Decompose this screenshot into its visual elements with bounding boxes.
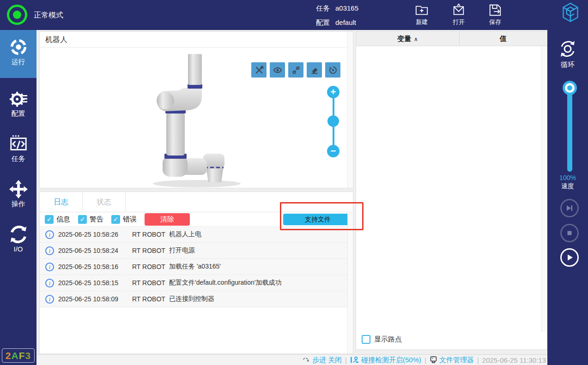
sidebar-item-label: 任务	[12, 155, 25, 162]
collision-label: 碰撞检测开启(50%)	[361, 356, 421, 365]
collision-detection-status[interactable]: 碰撞检测开启(50%)	[350, 356, 421, 365]
clear-button[interactable]: 清除	[145, 213, 190, 226]
file-manager-label: 文件管理器	[439, 356, 474, 365]
brand-logo-icon	[557, 1, 584, 28]
tab-status[interactable]: 状态	[83, 192, 126, 212]
log-list: i 2025-06-25 10:58:26 RT ROBOT 机器人上电 i 2…	[40, 227, 353, 307]
info-icon: i	[45, 246, 54, 255]
log-time: 2025-06-25 10:58:15	[58, 279, 132, 287]
log-message: 配置文件'default.configuration'加载成功	[169, 279, 353, 287]
zoom-slider-knob[interactable]	[327, 115, 339, 127]
speed-percent: 100%	[547, 174, 588, 181]
sidebar-item-run[interactable]: 运行	[0, 30, 36, 78]
visibility-button[interactable]	[270, 62, 285, 78]
log-panel: 日志 状态 ✓ 信息 ✓ 警告 ✓ 错误 清除 支持文件 i 2025-06-2…	[39, 191, 353, 354]
log-row[interactable]: i 2025-06-25 10:58:15 RT ROBOT 配置文件'defa…	[40, 275, 353, 291]
file-manager-link[interactable]: 文件管理器	[430, 356, 474, 365]
speed-label: 速度	[547, 182, 588, 191]
scrollbar-groove[interactable]	[347, 213, 353, 353]
column-header-value: 值	[460, 32, 547, 46]
show-waypoints-row: 显示路点	[356, 332, 547, 347]
speed-slider-track[interactable]	[567, 88, 572, 172]
loop-button[interactable]: 循环	[547, 38, 588, 69]
checkbox-error[interactable]: ✓	[111, 215, 120, 224]
sort-caret-up-icon: ∧	[414, 36, 418, 42]
tab-log[interactable]: 日志	[40, 192, 83, 212]
task-value: a03165	[335, 4, 358, 12]
path-icon	[291, 66, 301, 75]
new-button[interactable]: 新建	[408, 3, 435, 26]
log-source: RT ROBOT	[132, 247, 169, 254]
save-icon	[488, 3, 502, 17]
open-button-label: 打开	[445, 18, 472, 26]
sidebar-item-operate[interactable]: 操作	[0, 172, 36, 218]
log-message: 加载任务 'a03165'	[169, 263, 353, 271]
robot-3d-view[interactable]	[145, 51, 256, 188]
status-timestamp: 2025-06-25 11:30:13	[482, 356, 546, 364]
log-message: 打开电源	[169, 246, 353, 255]
log-tabs: 日志 状态	[40, 192, 353, 212]
support-files-button[interactable]: 支持文件	[283, 214, 352, 225]
path-button[interactable]	[288, 62, 303, 78]
filter-warning-label: 警告	[90, 215, 103, 224]
stop-button[interactable]	[560, 224, 579, 242]
log-row[interactable]: i 2025-06-25 10:58:24 RT ROBOT 打开电源	[40, 243, 353, 259]
log-source: RT ROBOT	[132, 279, 169, 287]
log-row[interactable]: i 2025-06-25 10:58:09 RT ROBOT 已连接到控制器	[40, 291, 353, 307]
badge-char: 2	[6, 350, 12, 361]
log-time: 2025-06-25 10:58:26	[58, 231, 132, 238]
sidebar-item-io[interactable]: I/O	[0, 217, 36, 263]
sidebar-item-config[interactable]: 配置	[0, 82, 36, 128]
tools-button[interactable]	[251, 62, 267, 78]
minus-icon: −	[330, 145, 336, 156]
sidebar-item-label: 操作	[12, 200, 25, 208]
sidebar-item-task[interactable]: 任务	[0, 127, 36, 173]
plus-icon: +	[330, 86, 336, 97]
step-forward-button[interactable]	[560, 199, 579, 217]
speed-slider-knob[interactable]	[563, 81, 577, 95]
filter-info-label: 信息	[56, 215, 70, 224]
erase-button[interactable]	[307, 62, 322, 78]
new-folder-icon	[415, 3, 429, 17]
checkbox-warning[interactable]: ✓	[78, 215, 87, 224]
step-mode-status[interactable]: 步进 关闭	[302, 356, 342, 365]
info-icon: i	[45, 279, 54, 287]
variables-header: 变量∧ 值	[356, 32, 547, 46]
log-row[interactable]: i 2025-06-25 10:58:16 RT ROBOT 加载任务 'a03…	[40, 259, 353, 275]
status-bar: 步进 关闭 | 碰撞检测开启(50%) | 文件管理器 | 2025-06-25…	[36, 354, 547, 365]
mode-indicator-icon	[7, 5, 27, 25]
separator: |	[345, 356, 347, 364]
save-button[interactable]: 保存	[482, 3, 509, 26]
eye-icon	[273, 66, 282, 75]
tools-icon	[255, 66, 264, 75]
robot-panel-title: 机器人	[40, 32, 353, 48]
config-value: default	[335, 18, 356, 26]
left-sidebar: 运行 配置 任务 操作 I/O 2AF3	[0, 30, 36, 365]
zoom-in-button[interactable]: +	[327, 86, 339, 98]
mode-label: 正常模式	[34, 11, 63, 20]
sidebar-item-label: 配置	[12, 109, 25, 117]
scrollbar-groove[interactable]	[347, 32, 353, 188]
log-row[interactable]: i 2025-06-25 10:58:26 RT ROBOT 机器人上电	[40, 227, 353, 243]
info-icon: i	[45, 230, 54, 239]
open-button[interactable]: 打开	[445, 3, 472, 26]
scrollbar-groove[interactable]	[541, 46, 547, 332]
checkbox-info[interactable]: ✓	[45, 215, 54, 224]
log-time: 2025-06-25 10:58:09	[58, 295, 132, 303]
check-icon: ✓	[80, 215, 85, 223]
play-button[interactable]	[560, 248, 579, 267]
column-header-variable[interactable]: 变量∧	[356, 32, 460, 46]
log-message: 已连接到控制器	[169, 295, 353, 303]
log-source: RT ROBOT	[132, 263, 169, 270]
loop-icon	[557, 38, 578, 60]
rotate-view-button[interactable]	[325, 62, 340, 78]
separator: |	[477, 356, 479, 364]
save-button-label: 保存	[482, 18, 509, 26]
config-label: 配置	[316, 18, 330, 26]
zoom-out-button[interactable]: −	[327, 145, 339, 157]
variables-panel: 变量∧ 值 显示路点	[356, 31, 547, 350]
info-icon: i	[45, 295, 54, 304]
check-icon: ✓	[113, 215, 119, 223]
show-waypoints-label: 显示路点	[374, 335, 402, 344]
show-waypoints-checkbox[interactable]	[362, 335, 370, 344]
